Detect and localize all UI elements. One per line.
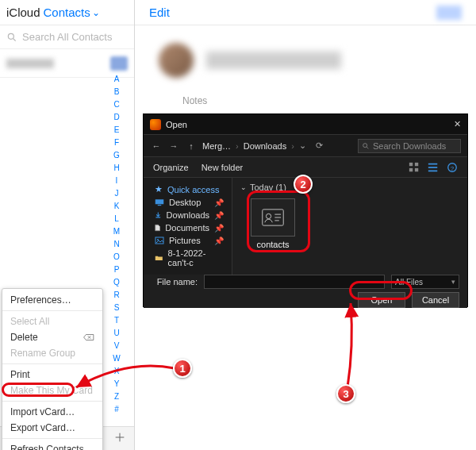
svg-line-8: [367, 147, 368, 148]
svg-rect-19: [158, 205, 162, 206]
menu-select-all: Select All: [2, 313, 102, 329]
document-icon: [155, 224, 160, 232]
pin-icon: 📌: [214, 198, 224, 207]
crumb-1[interactable]: Downloads: [244, 141, 286, 151]
dialog-titlebar: Open ✕: [144, 114, 467, 135]
file-type-select[interactable]: All Files: [391, 275, 459, 289]
alpha-W[interactable]: W: [113, 355, 120, 363]
alpha-I[interactable]: I: [116, 177, 118, 185]
dialog-title: Open: [166, 120, 187, 129]
svg-rect-9: [409, 162, 413, 165]
svg-point-0: [8, 33, 13, 39]
star-icon: ★: [155, 184, 163, 194]
file-name-input[interactable]: [204, 275, 385, 289]
alpha-S[interactable]: S: [114, 304, 120, 312]
contact-list-item[interactable]: [0, 49, 134, 78]
menu-preferences[interactable]: Preferences…: [2, 292, 102, 308]
app-brand[interactable]: iCloud Contacts ⌄: [0, 0, 134, 25]
step-marker-1: 1: [173, 359, 192, 378]
file-group-header[interactable]: ⌄Today (1): [240, 183, 459, 192]
organize-button[interactable]: Organize: [153, 163, 189, 172]
vcard-icon: [251, 198, 295, 237]
alpha-V[interactable]: V: [114, 342, 120, 350]
tree-label: Pictures: [169, 236, 201, 245]
alpha-N[interactable]: N: [113, 240, 119, 248]
close-icon[interactable]: ✕: [454, 119, 461, 129]
svg-point-7: [363, 143, 367, 147]
pin-icon: 📌: [214, 237, 224, 245]
help-icon[interactable]: ?: [447, 162, 458, 173]
tree-quick-access[interactable]: ★Quick access: [144, 183, 232, 196]
alpha-G[interactable]: G: [113, 152, 120, 160]
alpha-R[interactable]: R: [113, 291, 119, 299]
alpha-X[interactable]: X: [114, 367, 120, 375]
alpha-U[interactable]: U: [113, 329, 119, 337]
contact-full-name: [206, 52, 341, 69]
svg-point-23: [266, 213, 271, 218]
alpha-E[interactable]: E: [114, 126, 120, 134]
nav-dropdown-icon[interactable]: ⌄: [299, 140, 306, 151]
alpha-Z[interactable]: Z: [114, 393, 119, 401]
alpha-K[interactable]: K: [114, 202, 120, 210]
menu-separator: [2, 438, 102, 439]
alpha-L[interactable]: L: [114, 215, 119, 223]
alpha-Q[interactable]: Q: [113, 279, 120, 287]
alpha-index[interactable]: ABCDEFGHIJKLMNOPQRSTUVWXYZ#: [110, 75, 123, 413]
dialog-footer: File name: All Files Open Cancel: [144, 275, 467, 308]
crumb-0[interactable]: Merg…: [202, 141, 231, 151]
nav-forward-icon[interactable]: →: [167, 140, 180, 152]
dialog-search-input[interactable]: Search Downloads: [358, 139, 461, 153]
menu-import-vcard[interactable]: Import vCard…: [2, 404, 102, 420]
alpha-O[interactable]: O: [113, 253, 120, 261]
alpha-Y[interactable]: Y: [114, 380, 120, 388]
dialog-navbar: ← → ↑ Merg… › Downloads › ⌄ ⟳ Search Dow…: [144, 135, 467, 157]
plus-icon[interactable]: [113, 431, 126, 447]
alpha-M[interactable]: M: [113, 228, 120, 236]
tree-documents[interactable]: Documents📌: [144, 221, 232, 234]
download-icon: [155, 211, 162, 219]
alpha-C[interactable]: C: [113, 101, 119, 109]
dialog-app-icon: [150, 119, 161, 130]
crumb-sep-icon: ›: [291, 141, 294, 151]
backspace-icon: [83, 333, 94, 341]
dialog-file-area[interactable]: ⌄Today (1) contacts: [232, 178, 467, 275]
desktop-icon: [155, 198, 164, 206]
alpha-T[interactable]: T: [114, 317, 119, 325]
svg-rect-12: [415, 167, 418, 171]
alpha-A[interactable]: A: [114, 75, 120, 83]
alpha-D[interactable]: D: [113, 113, 119, 121]
edit-button[interactable]: Edit: [149, 6, 170, 19]
alpha-F[interactable]: F: [114, 139, 119, 147]
menu-refresh[interactable]: Refresh Contacts: [2, 441, 102, 450]
alpha-#[interactable]: #: [114, 406, 119, 413]
nav-up-icon[interactable]: ↑: [185, 140, 198, 152]
menu-delete[interactable]: Delete: [2, 329, 102, 345]
tree-recent-folder[interactable]: 8-1-2022-can't-c: [144, 247, 232, 269]
alpha-H[interactable]: H: [113, 164, 119, 172]
alpha-J[interactable]: J: [115, 190, 119, 198]
folder-icon: [155, 254, 163, 262]
view-list-icon[interactable]: [428, 162, 439, 173]
tree-desktop[interactable]: Desktop📌: [144, 196, 232, 209]
tree-pictures[interactable]: Pictures📌: [144, 234, 232, 247]
new-folder-button[interactable]: New folder: [202, 163, 244, 172]
step-marker-2: 2: [294, 175, 313, 194]
view-icons-icon[interactable]: [409, 162, 420, 173]
chevron-down-icon: ⌄: [92, 7, 100, 18]
tree-downloads[interactable]: Downloads📌: [144, 209, 232, 221]
alpha-P[interactable]: P: [114, 266, 120, 274]
open-button[interactable]: Open: [358, 292, 405, 308]
alpha-B[interactable]: B: [114, 88, 120, 96]
search-icon: [6, 32, 17, 43]
brand-app: iCloud: [6, 6, 40, 19]
nav-back-icon[interactable]: ←: [150, 140, 163, 152]
file-tile-contacts[interactable]: contacts: [245, 198, 301, 249]
cancel-button[interactable]: Cancel: [412, 292, 459, 308]
notes-label: Notes: [135, 95, 476, 106]
menu-print[interactable]: Print: [2, 367, 102, 383]
svg-rect-14: [428, 167, 437, 168]
avatar: [159, 43, 194, 78]
refresh-icon[interactable]: ⟳: [316, 140, 323, 151]
search-input[interactable]: Search All Contacts: [0, 25, 134, 49]
menu-export-vcard[interactable]: Export vCard…: [2, 420, 102, 436]
